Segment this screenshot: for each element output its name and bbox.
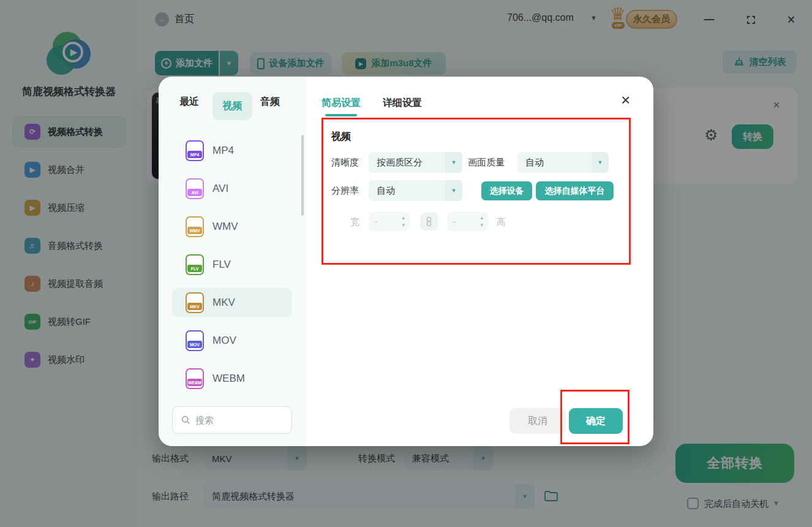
chevron-down-icon: ▼ (445, 152, 462, 173)
highlight-confirm-annotation (560, 390, 630, 444)
format-option-avi[interactable]: AVI AVI (172, 174, 292, 203)
stepper-up-icon[interactable]: ▴ (402, 214, 405, 221)
stepper-up-icon[interactable]: ▴ (480, 214, 483, 221)
format-option-mkv[interactable]: MKV MKV (172, 288, 292, 317)
format-option-flv[interactable]: FLV FLV (172, 250, 292, 279)
format-option-mov[interactable]: MOV MOV (172, 326, 292, 355)
file-format-icon: MOV (186, 330, 204, 351)
width-value: - (375, 217, 378, 227)
format-label: MKV (212, 297, 235, 309)
quality-value: 自动 (525, 157, 544, 169)
search-input[interactable] (195, 415, 275, 425)
aspect-link-toggle[interactable] (420, 213, 438, 230)
file-format-icon: FLV (186, 254, 204, 275)
tab-simple-settings[interactable]: 简易设置 (321, 97, 361, 110)
format-search (172, 406, 292, 434)
clarity-label: 清晰度 (331, 157, 359, 169)
file-format-icon: MP4 (186, 140, 204, 161)
file-format-icon: AVI (186, 178, 204, 199)
file-format-icon: WEBM (186, 368, 204, 389)
stepper-down-icon[interactable]: ▾ (402, 221, 405, 229)
format-label: MOV (212, 335, 236, 347)
chevron-down-icon: ▼ (592, 152, 609, 173)
search-icon (181, 415, 190, 425)
height-label: 高 (497, 216, 506, 228)
scrollbar-thumb[interactable] (301, 135, 304, 216)
width-label: 宽 (350, 216, 359, 228)
format-list-panel: 最近 视频 音频 MP4 MP4 AVI AVI WMV WMV FLV FLV… (159, 77, 306, 446)
clarity-value: 按画质区分 (377, 157, 423, 169)
quality-select[interactable]: 自动 ▼ (517, 152, 609, 173)
format-option-mp4[interactable]: MP4 MP4 (172, 136, 292, 165)
active-tab-underline (325, 114, 357, 116)
chain-link-icon (425, 216, 433, 227)
height-value: - (453, 217, 456, 227)
tab-detailed-settings[interactable]: 详细设置 (383, 97, 422, 110)
format-label: MP4 (212, 145, 234, 157)
format-label: WMV (212, 221, 238, 233)
format-label: FLV (212, 259, 231, 271)
format-settings-dialog: 最近 视频 音频 MP4 MP4 AVI AVI WMV WMV FLV FLV… (159, 77, 653, 446)
format-label: WEBM (212, 373, 245, 385)
format-label: AVI (212, 183, 228, 195)
tab-recent[interactable]: 最近 (179, 96, 199, 108)
chevron-down-icon: ▼ (445, 180, 462, 201)
file-format-icon: WMV (186, 216, 204, 237)
tab-video[interactable]: 视频 (212, 92, 252, 120)
cancel-button[interactable]: 取消 (509, 408, 566, 434)
video-section-title: 视频 (331, 131, 351, 143)
height-stepper[interactable]: - ▴▾ (447, 212, 488, 231)
tab-audio[interactable]: 音频 (260, 96, 280, 108)
select-media-platform-button[interactable]: 选择自媒体平台 (536, 181, 614, 200)
resolution-label: 分辨率 (331, 185, 359, 197)
format-option-webm[interactable]: WEBM WEBM (172, 364, 292, 393)
quality-label: 画面质量 (468, 157, 505, 169)
clarity-select[interactable]: 按画质区分 ▼ (369, 152, 462, 173)
width-stepper[interactable]: - ▴▾ (369, 212, 410, 231)
select-device-button[interactable]: 选择设备 (481, 181, 532, 200)
app-window: ▶ 简鹿视频格式转换器 ⟳ 视频格式转换 ▶ 视频合并 ▶ 视频压缩 ♬ 音频格… (0, 0, 812, 527)
format-option-wmv[interactable]: WMV WMV (172, 212, 292, 241)
resolution-value: 自动 (377, 185, 395, 197)
stepper-down-icon[interactable]: ▾ (480, 221, 483, 229)
resolution-select[interactable]: 自动 ▼ (369, 180, 462, 201)
file-format-icon: MKV (186, 292, 204, 313)
close-dialog-icon[interactable]: × (621, 92, 630, 108)
